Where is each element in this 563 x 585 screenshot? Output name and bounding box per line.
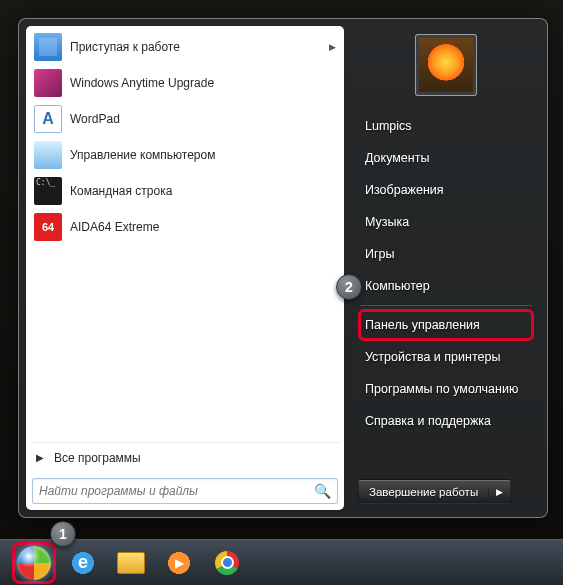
shutdown-options-arrow-icon[interactable]: ▶ [488,487,510,497]
program-item-getting-started[interactable]: Приступая к работе ▶ [28,29,342,65]
user-avatar-frame[interactable] [415,34,477,96]
right-item-pictures[interactable]: Изображения [358,174,534,206]
windows-orb-icon [17,546,51,580]
program-label: Командная строка [70,184,336,198]
aida64-icon: 64 [34,213,62,241]
search-input[interactable] [39,484,314,498]
start-menu-right-pane: Lumpics Документы Изображения Музыка Игр… [344,26,540,510]
taskbar-ie-icon[interactable] [62,546,104,580]
right-item-games[interactable]: Игры [358,238,534,270]
program-label: WordPad [70,112,336,126]
program-item-anytime-upgrade[interactable]: Windows Anytime Upgrade [28,65,342,101]
search-box[interactable]: 🔍 [32,478,338,504]
program-item-aida64[interactable]: 64 AIDA64 Extreme [28,209,342,245]
all-programs-label: Все программы [54,451,141,465]
computer-management-icon [34,141,62,169]
program-label: Windows Anytime Upgrade [70,76,336,90]
program-label: Управление компьютером [70,148,336,162]
right-item-default-programs[interactable]: Программы по умолчанию [358,373,534,405]
start-menu-left-pane: Приступая к работе ▶ Windows Anytime Upg… [26,26,344,510]
flag-icon [34,33,62,61]
all-programs-button[interactable]: ▶ Все программы [30,442,340,472]
program-label: Приступая к работе [70,40,325,54]
taskbar-media-player-icon[interactable] [158,546,200,580]
user-avatar [419,38,473,92]
taskbar-chrome-icon[interactable] [206,546,248,580]
right-item-control-panel[interactable]: Панель управления [358,309,534,341]
taskbar-explorer-icon[interactable] [110,546,152,580]
separator [360,305,532,306]
start-button[interactable] [12,542,56,584]
submenu-arrow-icon: ▶ [329,42,336,52]
anytime-upgrade-icon [34,69,62,97]
annotation-marker-1: 1 [50,521,76,547]
program-item-cmd[interactable]: C:\_ Командная строка [28,173,342,209]
cmd-icon: C:\_ [34,177,62,205]
annotation-marker-2: 2 [336,274,362,300]
program-label: AIDA64 Extreme [70,220,336,234]
right-item-user[interactable]: Lumpics [358,110,534,142]
right-item-computer[interactable]: Компьютер [358,270,534,302]
right-item-devices-printers[interactable]: Устройства и принтеры [358,341,534,373]
pinned-programs-list: Приступая к работе ▶ Windows Anytime Upg… [26,26,344,439]
wordpad-icon: A [34,105,62,133]
program-item-wordpad[interactable]: A WordPad [28,101,342,137]
right-item-documents[interactable]: Документы [358,142,534,174]
shutdown-button[interactable]: Завершение работы ▶ [358,479,511,504]
right-item-music[interactable]: Музыка [358,206,534,238]
start-menu: Приступая к работе ▶ Windows Anytime Upg… [18,18,548,518]
shutdown-label: Завершение работы [359,486,488,498]
right-item-help[interactable]: Справка и поддержка [358,405,534,437]
taskbar [0,539,563,585]
chevron-right-icon: ▶ [36,452,44,463]
program-item-computer-management[interactable]: Управление компьютером [28,137,342,173]
search-icon[interactable]: 🔍 [314,483,331,499]
